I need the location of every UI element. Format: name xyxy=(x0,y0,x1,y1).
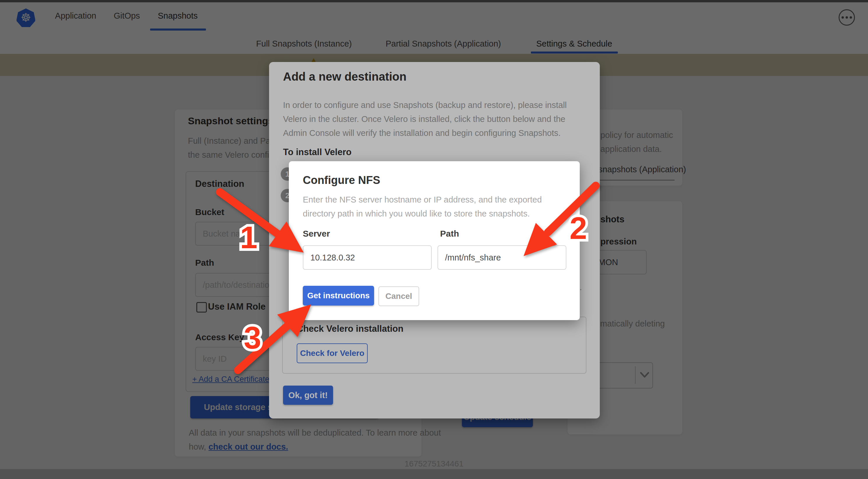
cancel-button[interactable]: Cancel xyxy=(378,286,419,306)
get-instructions-button[interactable]: Get instructions xyxy=(303,286,374,305)
path-label: Path xyxy=(440,229,459,239)
nfs-path-input[interactable] xyxy=(437,245,566,270)
dialog-description-line1: Enter the NFS server hostname or IP addr… xyxy=(303,195,542,205)
nfs-server-input[interactable] xyxy=(303,245,432,270)
configure-nfs-dialog: Configure NFS Enter the NFS server hostn… xyxy=(289,161,580,320)
dialog-description-line2: directory path in which you would like t… xyxy=(303,209,530,218)
server-label: Server xyxy=(303,229,330,239)
dialog-title: Configure NFS xyxy=(303,174,380,186)
admin-console-page: ☸ Application GitOps Snapshots Full Snap… xyxy=(0,0,868,479)
